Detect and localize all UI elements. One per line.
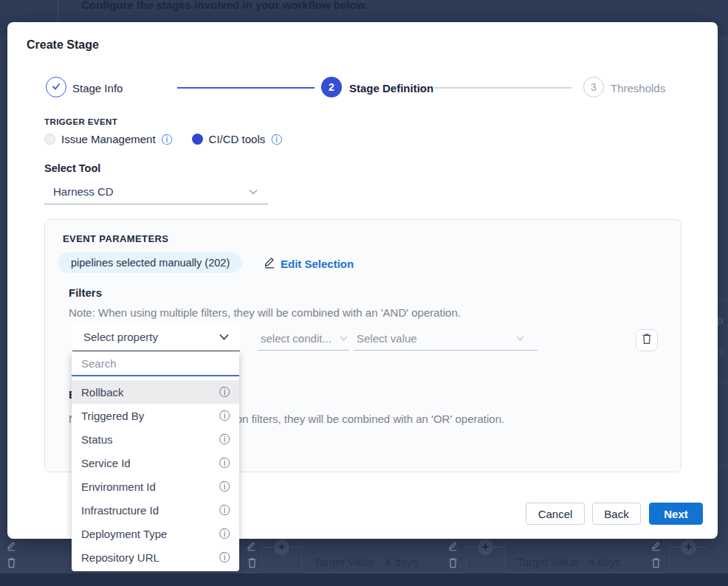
background-dashed-line — [264, 547, 272, 548]
option-label: Rollback — [81, 386, 124, 399]
trash-icon — [642, 333, 652, 348]
pipelines-selection-pill: pipelines selected manually (202) — [58, 252, 242, 273]
background-page-subtitle: Configure the stages involved in your wo… — [81, 0, 368, 11]
edit-selection-link[interactable]: Edit Selection — [264, 257, 354, 271]
select-tool-dropdown[interactable]: Harness CD — [44, 179, 268, 204]
info-icon[interactable]: ⓘ — [219, 458, 230, 468]
info-icon[interactable]: ⓘ — [219, 505, 230, 515]
select-value-dropdown[interactable]: Select value — [354, 326, 538, 351]
info-icon[interactable]: ⓘ — [219, 528, 230, 539]
back-button[interactable]: Back — [592, 503, 641, 525]
step-2-label[interactable]: Stage Definition — [349, 82, 433, 94]
stepper-connector-complete — [177, 87, 315, 89]
option-label: Service Id — [81, 457, 131, 469]
background-dashed-line — [467, 547, 476, 548]
select-condition-placeholder: select condit... — [261, 332, 332, 345]
info-icon[interactable]: ⓘ — [219, 434, 230, 444]
trigger-event-options: Issue Management ⓘ CI/CD tools ⓘ — [44, 132, 282, 145]
chevron-down-icon — [219, 334, 229, 340]
event-parameters-heading: EVENT PARAMETERS — [63, 233, 168, 244]
background-divider — [718, 465, 728, 466]
option-label: Repository URL — [81, 551, 159, 564]
radio-issue-management[interactable] — [44, 134, 55, 145]
info-icon[interactable]: ⓘ — [219, 387, 230, 397]
chevron-down-icon — [340, 336, 348, 341]
step-1-indicator[interactable] — [46, 77, 66, 97]
info-icon[interactable]: ⓘ — [219, 410, 230, 421]
trigger-event-label: TRIGGER EVENT — [44, 117, 117, 126]
check-icon — [51, 81, 61, 94]
radio-issue-management-label[interactable]: Issue Management — [61, 133, 156, 145]
filters-heading: Filters — [69, 286, 102, 299]
radio-cicd-tools-label[interactable]: CI/CD tools — [209, 133, 266, 145]
step-3-label[interactable]: Thresholds — [611, 82, 665, 94]
info-icon[interactable]: ⓘ — [162, 134, 173, 145]
info-icon[interactable]: ⓘ — [219, 552, 230, 562]
option-label: Triggered By — [81, 410, 144, 422]
filters-note: Note: When using multiple filters, they … — [69, 306, 461, 319]
option-label: Status — [81, 433, 113, 446]
step-3-indicator[interactable]: 3 — [583, 77, 604, 97]
select-value-placeholder: Select value — [357, 332, 417, 345]
radio-cicd-tools[interactable] — [192, 134, 203, 145]
option-label: Deployment Type — [81, 528, 167, 540]
trash-icon — [651, 557, 661, 568]
option-status[interactable]: Status ⓘ — [72, 427, 239, 451]
screen: Configure the stages involved in your wo… — [0, 0, 728, 586]
property-dropdown-menu: Rollback ⓘ Triggered By ⓘ Status ⓘ Servi… — [72, 352, 239, 571]
add-stage-icon: + — [681, 540, 696, 555]
edit-icon — [264, 257, 275, 271]
option-infrastructure-id[interactable]: Infrastructure Id ⓘ — [72, 498, 239, 522]
trash-icon — [247, 557, 257, 568]
search-input[interactable] — [72, 352, 239, 376]
trash-icon — [7, 557, 16, 568]
option-repository-url[interactable]: Repository URL ⓘ — [72, 545, 239, 569]
background-dashed-line — [697, 547, 706, 548]
trash-icon — [448, 557, 458, 568]
select-property-placeholder: Select property — [83, 331, 158, 343]
cancel-button[interactable]: Cancel — [526, 503, 585, 525]
option-rollback[interactable]: Rollback ⓘ — [72, 380, 239, 404]
step-3-number: 3 — [591, 81, 597, 93]
add-stage-icon: + — [274, 540, 289, 555]
background-card-label: Target Value - 4 days — [517, 556, 621, 568]
step-2-indicator[interactable]: 2 — [321, 77, 342, 97]
option-label: Infrastructure Id — [81, 504, 159, 517]
option-label: Environment Id — [81, 480, 156, 493]
background-bottom-strip — [0, 573, 728, 586]
background-divider — [58, 0, 58, 22]
edit-icon — [6, 541, 17, 551]
add-stage-icon: + — [478, 540, 493, 555]
background-card-label: Target Value - 4 days — [314, 556, 418, 568]
select-tool-value: Harness CD — [53, 185, 114, 198]
edit-selection-label: Edit Selection — [281, 258, 354, 270]
option-triggered-by[interactable]: Triggered By ⓘ — [72, 404, 239, 427]
chevron-down-icon — [249, 189, 258, 195]
delete-filter-button[interactable] — [636, 329, 658, 351]
option-service-id[interactable]: Service Id ⓘ — [72, 451, 239, 475]
background-dashed-line — [670, 547, 679, 548]
stepper-connector-pending — [434, 87, 571, 89]
option-deployment-type[interactable]: Deployment Type ⓘ — [72, 522, 239, 545]
step-2-number: 2 — [329, 81, 334, 93]
info-icon[interactable]: ⓘ — [271, 134, 282, 145]
select-tool-label: Select Tool — [44, 162, 100, 174]
edit-icon — [650, 541, 662, 551]
option-environment-id[interactable]: Environment Id ⓘ — [72, 475, 239, 498]
next-button[interactable]: Next — [649, 503, 703, 525]
background-dashed-line — [494, 547, 503, 548]
step-1-label[interactable]: Stage Info — [72, 82, 123, 94]
background-divider — [718, 300, 728, 301]
edit-icon — [246, 541, 257, 551]
info-icon[interactable]: ⓘ — [219, 481, 230, 492]
select-condition-dropdown[interactable]: select condit... — [258, 326, 349, 351]
edit-icon — [447, 541, 459, 551]
modal-title: Create Stage — [27, 38, 99, 52]
chevron-down-icon — [516, 336, 524, 341]
select-property-dropdown[interactable]: Select property — [72, 323, 240, 351]
property-options-list: Rollback ⓘ Triggered By ⓘ Status ⓘ Servi… — [72, 376, 239, 569]
background-dashed-line — [291, 547, 300, 548]
